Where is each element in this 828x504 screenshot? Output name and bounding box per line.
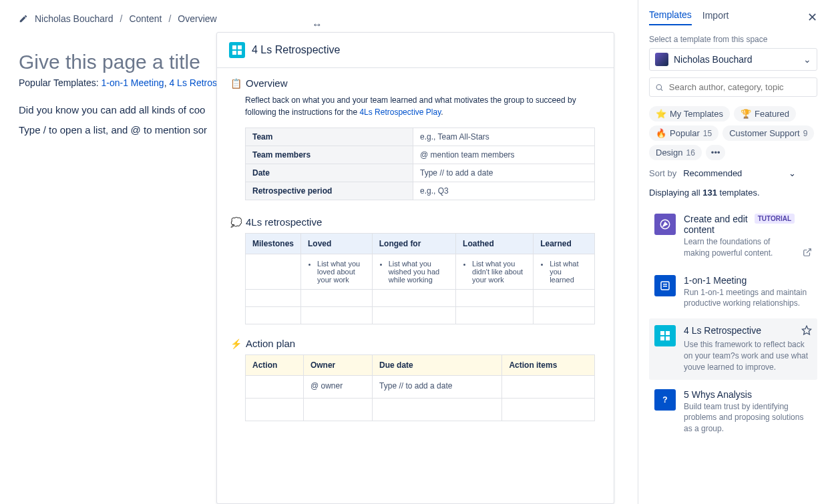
chevron-down-icon: ⌄ [789,168,796,178]
svg-marker-7 [663,222,667,226]
external-link-icon[interactable] [803,248,812,259]
select-space-label: Select a template from this space [649,35,817,44]
action-table: Action Owner Due date Action items @ own… [245,354,595,421]
overview-description: Reflect back on what you and your team l… [245,94,595,118]
svg-marker-16 [802,326,811,335]
svg-rect-0 [232,45,236,49]
search-icon [655,83,664,92]
chip-more[interactable]: ••• [706,145,726,160]
preview-title: 4 Ls Retrospective [252,44,341,56]
breadcrumb-page[interactable]: Overview [178,13,216,24]
svg-rect-1 [238,45,242,49]
chip-customer-support[interactable]: Customer Support9 [722,125,814,141]
chip-featured[interactable]: 🏆Featured [734,106,796,121]
overview-table: Teame.g., Team All-Stars Team members@ m… [245,128,595,200]
overview-heading: 📋 Overview [230,77,595,89]
template-item-create-content[interactable]: Create and edit content TUTORIAL Learn t… [649,207,817,266]
breadcrumb-user[interactable]: Nicholas Bouchard [35,13,114,24]
tab-templates[interactable]: Templates [649,9,692,25]
template-item-4ls[interactable]: 4 Ls Retrospective Use this framework to… [649,318,817,379]
avatar [655,53,668,66]
sort-selector[interactable]: Recommended⌄ [683,168,796,178]
close-icon[interactable]: ✕ [807,10,817,25]
meeting-icon [654,275,676,296]
svg-rect-3 [238,51,242,55]
star-icon[interactable] [801,325,812,338]
svg-line-5 [661,89,662,90]
template-sidebar: Templates Import ✕ Select a template fro… [638,0,828,504]
chip-my-templates[interactable]: ⭐My Templates [649,106,730,121]
tutorial-badge: TUTORIAL [755,214,795,224]
svg-text:?: ? [662,395,667,404]
search-box[interactable] [649,77,817,97]
retrospective-play-link[interactable]: 4Ls Retrospective Play [359,107,441,117]
template-item-5whys[interactable]: ? 5 Whys Analysis Build team trust by id… [649,383,817,441]
svg-point-4 [656,84,661,89]
svg-rect-15 [666,336,670,340]
clipboard-icon: 📋 [230,78,242,89]
popular-template-1[interactable]: 1-on-1 Meeting [101,77,164,88]
compass-icon [654,214,676,235]
svg-line-8 [807,248,811,252]
question-icon: ? [654,389,676,411]
thought-icon: 💭 [230,217,242,228]
template-count: Displaying all 131 templates. [649,188,817,198]
breadcrumb-section[interactable]: Content [129,13,162,24]
grid-icon [654,325,676,346]
svg-rect-12 [660,331,664,335]
tab-import[interactable]: Import [702,10,729,25]
chip-design[interactable]: Design16 [649,145,702,160]
template-preview-panel: 4 Ls Retrospective 📋 Overview Reflect ba… [216,32,614,504]
expand-icon[interactable]: ↔ [312,19,323,31]
chevron-down-icon: ⌄ [803,54,811,65]
svg-rect-2 [232,51,236,55]
retro-table: Milestones Loved Longed for Loathed Lear… [245,233,595,324]
category-chips: ⭐My Templates 🏆Featured 🔥Popular15 Custo… [649,106,817,160]
search-input[interactable] [669,82,811,92]
sort-label: Sort by [649,168,676,178]
space-selector[interactable]: Nicholas Bouchard ⌄ [649,48,817,71]
template-item-1on1[interactable]: 1-on-1 Meeting Run 1-on-1 meetings and m… [649,268,817,316]
retro-heading: 💭 4Ls retrospective [230,216,595,228]
chip-popular[interactable]: 🔥Popular15 [649,125,718,141]
edit-icon[interactable] [19,14,28,23]
bolt-icon: ⚡ [230,338,242,349]
svg-rect-14 [660,336,664,340]
action-heading: ⚡ Action plan [230,338,595,349]
svg-rect-13 [666,331,670,335]
template-icon [229,42,245,58]
